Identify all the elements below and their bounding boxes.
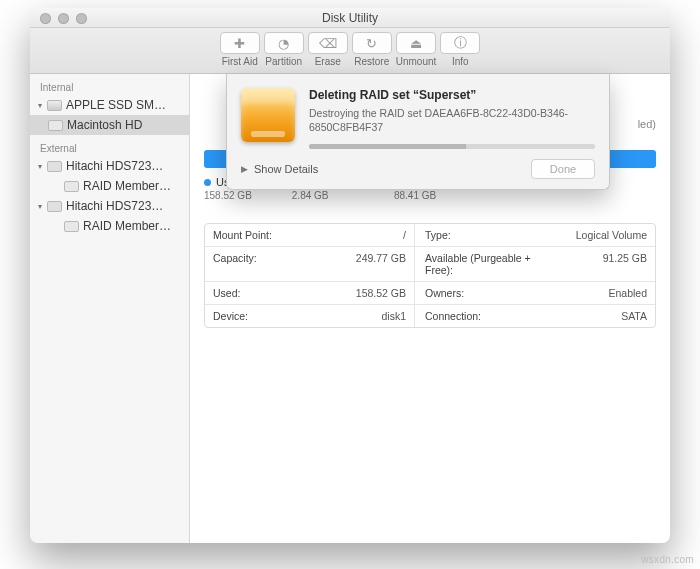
zoom-window-icon[interactable] xyxy=(76,13,87,24)
detail-key: Owners: xyxy=(415,282,555,304)
traffic-lights xyxy=(40,13,87,24)
unmount-button[interactable]: ⏏ Unmount xyxy=(396,32,437,67)
disclosure-triangle-icon[interactable]: ▾ xyxy=(36,101,43,110)
detail-val: 158.52 GB xyxy=(305,282,415,304)
window-title: Disk Utility xyxy=(322,11,378,25)
detail-key: Available (Purgeable + Free): xyxy=(415,247,555,281)
volume-icon xyxy=(48,120,63,131)
detail-val: 91.25 GB xyxy=(555,247,655,281)
table-row: Device: disk1 Connection: SATA xyxy=(205,305,655,327)
progress-bar xyxy=(309,144,595,149)
sidebar-item-label: RAID Member… xyxy=(83,179,183,193)
show-details-label: Show Details xyxy=(254,163,318,175)
sidebar-section-external: External xyxy=(30,141,189,156)
close-window-icon[interactable] xyxy=(40,13,51,24)
detail-key: Used: xyxy=(205,282,305,304)
sidebar-item-external-disk[interactable]: ▾ Hitachi HDS723… xyxy=(30,196,189,216)
sidebar-item-label: Hitachi HDS723… xyxy=(66,159,183,173)
stat-value: 2.84 GB xyxy=(292,190,354,201)
restore-icon: ↻ xyxy=(366,36,377,51)
sidebar-item-internal-disk[interactable]: ▾ APPLE SSD SM… xyxy=(30,95,189,115)
detail-val: Enabled xyxy=(555,282,655,304)
app-window: Disk Utility ✚ First Aid ◔ Partition ⌫ E… xyxy=(30,8,670,543)
disclosure-triangle-icon[interactable]: ▾ xyxy=(36,202,43,211)
sidebar: Internal ▾ APPLE SSD SM… Macintosh HD Ex… xyxy=(30,74,190,543)
table-row: Capacity: 249.77 GB Available (Purgeable… xyxy=(205,247,655,282)
toolbar: ✚ First Aid ◔ Partition ⌫ Erase ↻ Restor… xyxy=(30,28,670,74)
volume-icon xyxy=(64,181,79,192)
sheet-message: Destroying the RAID set DAEAA6FB-8C22-43… xyxy=(309,106,595,134)
details-table: Mount Point: / Type: Logical Volume Capa… xyxy=(204,223,656,328)
unmount-icon: ⏏ xyxy=(410,36,422,51)
erase-icon: ⌫ xyxy=(319,36,337,51)
sidebar-item-raid-member[interactable]: RAID Member… xyxy=(30,216,189,236)
progress-sheet: Deleting RAID set “Superset” Destroying … xyxy=(226,74,610,190)
done-label: Done xyxy=(550,163,576,175)
detail-val: 249.77 GB xyxy=(305,247,415,281)
detail-key: Type: xyxy=(415,224,555,246)
detail-val: disk1 xyxy=(305,305,415,327)
chevron-right-icon: ▶ xyxy=(241,164,248,174)
first-aid-button[interactable]: ✚ First Aid xyxy=(220,32,260,67)
table-row: Used: 158.52 GB Owners: Enabled xyxy=(205,282,655,305)
stat-value: 158.52 GB xyxy=(204,190,252,201)
sidebar-item-raid-member[interactable]: RAID Member… xyxy=(30,176,189,196)
hdd-disk-icon xyxy=(47,161,62,172)
detail-key: Connection: xyxy=(415,305,555,327)
done-button: Done xyxy=(531,159,595,179)
titlebar: Disk Utility xyxy=(30,8,670,28)
drive-icon xyxy=(241,88,295,142)
sidebar-item-label: Macintosh HD xyxy=(67,118,183,132)
partition-button[interactable]: ◔ Partition xyxy=(264,32,304,67)
sidebar-item-label: RAID Member… xyxy=(83,219,183,233)
detail-val: / xyxy=(305,224,415,246)
detail-val: SATA xyxy=(555,305,655,327)
detail-val: Logical Volume xyxy=(555,224,655,246)
sidebar-item-macintosh-hd[interactable]: Macintosh HD xyxy=(30,115,189,135)
sidebar-item-label: APPLE SSD SM… xyxy=(66,98,183,112)
disclosure-triangle-icon[interactable]: ▾ xyxy=(36,162,43,171)
sheet-title: Deleting RAID set “Superset” xyxy=(309,88,595,102)
info-icon: ⓘ xyxy=(454,34,467,52)
minimize-window-icon[interactable] xyxy=(58,13,69,24)
legend-dot-used-icon xyxy=(204,179,211,186)
detail-key: Mount Point: xyxy=(205,224,305,246)
table-row: Mount Point: / Type: Logical Volume xyxy=(205,224,655,247)
watermark: wsxdn.com xyxy=(641,554,694,565)
first-aid-icon: ✚ xyxy=(234,36,245,51)
sidebar-item-label: Hitachi HDS723… xyxy=(66,199,183,213)
ssd-disk-icon xyxy=(47,100,62,111)
hdd-disk-icon xyxy=(47,201,62,212)
info-button[interactable]: ⓘ Info xyxy=(440,32,480,67)
detail-key: Capacity: xyxy=(205,247,305,281)
show-details-toggle[interactable]: ▶ Show Details xyxy=(241,163,318,175)
sidebar-item-external-disk[interactable]: ▾ Hitachi HDS723… xyxy=(30,156,189,176)
stat-value: 88.41 GB xyxy=(394,190,436,201)
restore-button[interactable]: ↻ Restore xyxy=(352,32,392,67)
partition-icon: ◔ xyxy=(278,36,289,51)
detail-key: Device: xyxy=(205,305,305,327)
volume-icon xyxy=(64,221,79,232)
erase-button[interactable]: ⌫ Erase xyxy=(308,32,348,67)
sidebar-section-internal: Internal xyxy=(30,80,189,95)
